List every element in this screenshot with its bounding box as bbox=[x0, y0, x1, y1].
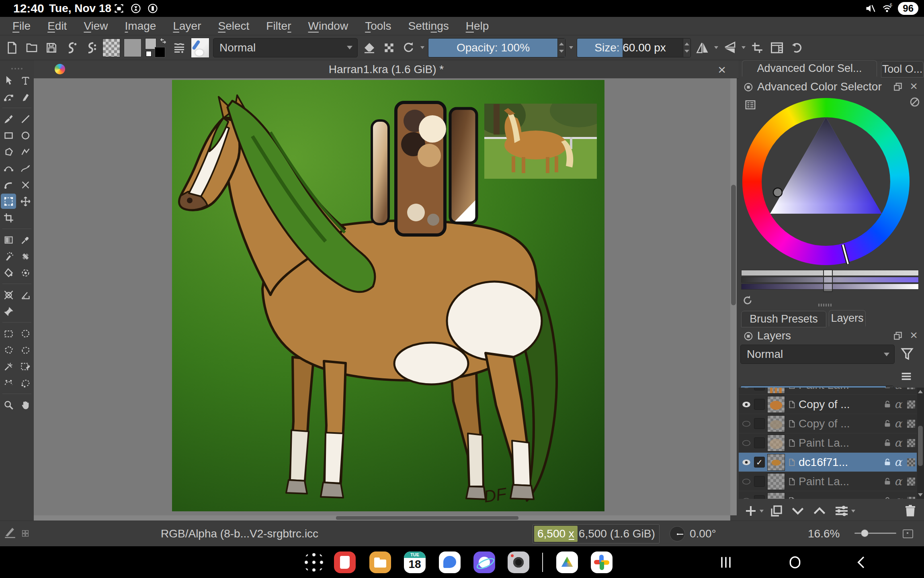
inherit-alpha-icon[interactable] bbox=[907, 458, 915, 466]
color-history-refresh-icon[interactable] bbox=[742, 295, 753, 306]
size-spinner[interactable] bbox=[683, 39, 690, 57]
layer-row[interactable]: ✓dc16f71...α bbox=[739, 453, 917, 472]
tool-enclose-fill[interactable] bbox=[18, 265, 33, 280]
tab-advanced-color-selector[interactable]: Advanced Color Sel... bbox=[742, 60, 877, 77]
google-drive-app-icon[interactable] bbox=[556, 551, 578, 573]
opacity-spinner[interactable] bbox=[557, 39, 565, 57]
tab-tool-options[interactable]: Tool O... bbox=[881, 61, 924, 78]
menu-window[interactable]: Window bbox=[300, 20, 357, 33]
float-docker-icon[interactable] bbox=[893, 82, 903, 92]
horizontal-scrollbar[interactable] bbox=[34, 515, 730, 521]
scroll-down-icon[interactable] bbox=[918, 493, 923, 496]
layer-checkbox[interactable] bbox=[754, 418, 765, 429]
app-drawer-icon[interactable] bbox=[305, 553, 323, 572]
brush-curve-option-2-icon[interactable] bbox=[83, 40, 99, 56]
tool-move[interactable] bbox=[18, 194, 33, 209]
foreground-background-colors[interactable] bbox=[145, 38, 168, 57]
layer-name[interactable]: Paint La... bbox=[799, 388, 881, 392]
layer-checkbox[interactable]: ✓ bbox=[754, 457, 765, 468]
layer-checkbox[interactable] bbox=[754, 495, 765, 499]
layer-name[interactable]: Copy of ... bbox=[799, 398, 881, 411]
layer-filter-icon[interactable] bbox=[899, 346, 915, 362]
tool-transform[interactable] bbox=[1, 194, 16, 209]
reset-colors-icon[interactable] bbox=[146, 51, 152, 57]
add-layer-chevron[interactable] bbox=[760, 510, 764, 513]
swap-colors-icon[interactable] bbox=[160, 37, 167, 45]
inherit-alpha-icon[interactable] bbox=[907, 388, 915, 389]
visibility-off-icon[interactable] bbox=[741, 496, 752, 499]
alpha-lock-icon[interactable]: α bbox=[894, 494, 905, 499]
tool-dynamic-brush[interactable] bbox=[1, 177, 16, 192]
pattern-chooser[interactable] bbox=[124, 39, 141, 57]
tool-pan[interactable] bbox=[18, 397, 33, 413]
opacity-options-chevron[interactable] bbox=[569, 46, 573, 49]
tool-select-shapes[interactable] bbox=[1, 73, 16, 88]
tool-elliptical-selection[interactable] bbox=[18, 326, 33, 341]
blending-mode-dropdown[interactable]: Normal bbox=[213, 38, 358, 57]
opacity-slider[interactable]: Opacity: 100% bbox=[428, 38, 565, 57]
tool-freehand-brush[interactable] bbox=[1, 111, 16, 127]
layer-row[interactable]: α bbox=[739, 491, 917, 499]
calendar-app-icon[interactable]: TUE 18 bbox=[404, 551, 426, 573]
tool-freehand-selection[interactable] bbox=[18, 342, 33, 357]
undo-button[interactable] bbox=[789, 40, 805, 56]
tool-text[interactable] bbox=[18, 73, 33, 88]
layer-thumbnail[interactable] bbox=[767, 454, 785, 471]
properties-chevron[interactable] bbox=[851, 510, 855, 513]
size-slider[interactable]: Size: 60.00 px bbox=[577, 38, 691, 57]
tool-crop[interactable] bbox=[1, 210, 16, 225]
layer-checkbox[interactable] bbox=[754, 388, 765, 390]
layer-row[interactable]: Paint La...α bbox=[739, 388, 917, 395]
tool-color-sampler[interactable] bbox=[18, 232, 33, 247]
layer-checkbox[interactable] bbox=[754, 476, 765, 487]
tool-select-by-color[interactable] bbox=[18, 359, 33, 374]
zoom-level[interactable]: 16.6% bbox=[808, 527, 840, 540]
slider-handle[interactable] bbox=[823, 283, 833, 292]
google-photos-app-icon[interactable] bbox=[591, 551, 613, 573]
layer-thumbnail[interactable] bbox=[767, 396, 785, 413]
tool-multibrush[interactable] bbox=[18, 177, 33, 192]
tool-magnetic-selection[interactable] bbox=[18, 375, 33, 390]
canvas-artwork[interactable]: DF bbox=[172, 80, 604, 511]
reload-options-chevron[interactable] bbox=[420, 46, 424, 49]
menu-edit[interactable]: Edit bbox=[39, 20, 75, 33]
docker-drag-handle[interactable] bbox=[818, 304, 832, 306]
save-button[interactable] bbox=[43, 40, 59, 56]
tool-reference-images[interactable] bbox=[1, 304, 16, 319]
open-document-button[interactable] bbox=[24, 40, 40, 56]
snap-settings-button[interactable] bbox=[749, 40, 765, 56]
layer-thumbnail[interactable] bbox=[767, 473, 785, 490]
sv-selector[interactable] bbox=[773, 188, 782, 197]
visibility-on-icon[interactable] bbox=[741, 399, 752, 410]
tool-freehand-path[interactable] bbox=[18, 161, 33, 176]
close-docker-button[interactable]: × bbox=[910, 328, 918, 343]
my-files-app-icon[interactable] bbox=[369, 551, 391, 573]
alpha-lock-icon[interactable]: α bbox=[894, 436, 905, 449]
layer-name[interactable]: Paint La... bbox=[799, 437, 881, 449]
layer-lock-icon[interactable] bbox=[883, 496, 892, 499]
float-docker-icon[interactable] bbox=[893, 331, 903, 341]
brush-preset-preview[interactable] bbox=[191, 38, 209, 58]
inherit-alpha-icon[interactable] bbox=[907, 478, 915, 486]
zoom-slider-knob[interactable] bbox=[861, 529, 869, 537]
layer-row[interactable]: Paint La...α bbox=[739, 433, 917, 453]
visibility-off-icon[interactable] bbox=[741, 388, 752, 390]
tool-bezier-curve[interactable] bbox=[1, 161, 16, 176]
layer-thumbnail[interactable] bbox=[767, 415, 785, 432]
new-document-button[interactable] bbox=[4, 40, 20, 56]
layer-lock-icon[interactable] bbox=[883, 419, 892, 428]
preserve-alpha-button[interactable] bbox=[381, 40, 397, 56]
layer-lock-icon[interactable] bbox=[883, 458, 892, 467]
tool-smart-patch[interactable] bbox=[18, 249, 33, 264]
recents-button[interactable] bbox=[718, 554, 734, 570]
menu-settings[interactable]: Settings bbox=[400, 20, 457, 33]
mirror-horizontal-chevron[interactable] bbox=[714, 46, 718, 49]
duplicate-layer-button[interactable] bbox=[769, 504, 784, 518]
tool-assistants[interactable] bbox=[1, 287, 16, 302]
messages-app-icon[interactable] bbox=[439, 551, 461, 573]
tool-ellipse[interactable] bbox=[18, 128, 33, 143]
canvas-rotation-icon[interactable] bbox=[670, 526, 685, 541]
menu-select[interactable]: Select bbox=[209, 20, 258, 33]
visibility-on-icon[interactable] bbox=[741, 457, 752, 468]
alpha-lock-icon[interactable]: α bbox=[894, 388, 905, 392]
